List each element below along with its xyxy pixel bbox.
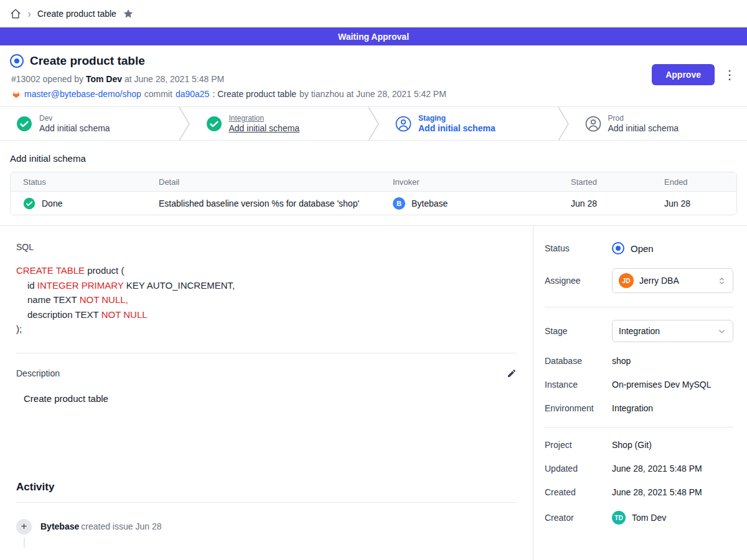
created-value: June 28, 2021 5:48 PM bbox=[612, 487, 733, 497]
divider bbox=[16, 353, 517, 353]
column-status: Status bbox=[11, 177, 146, 187]
sql-line: ); bbox=[16, 322, 517, 337]
task-status-text: Done bbox=[42, 198, 62, 208]
stage-integration[interactable]: Integration Add initial schema bbox=[190, 107, 369, 140]
stage-task-label: Add initial schema bbox=[418, 123, 496, 133]
stage-dev[interactable]: Dev Add initial schema bbox=[0, 107, 179, 140]
task-section: Add initial schema Status Detail Invoker… bbox=[0, 141, 747, 225]
stage-separator bbox=[368, 107, 379, 141]
approve-button[interactable]: Approve bbox=[652, 64, 715, 85]
task-table-header: Status Detail Invoker Started Ended bbox=[11, 172, 736, 192]
stage-select[interactable]: Integration bbox=[612, 320, 733, 342]
sql-line: CREATE TABLE product ( bbox=[16, 263, 517, 278]
sql-code-block: CREATE TABLE product ( id INTEGER PRIMAR… bbox=[16, 263, 517, 337]
activity-action: created issue Jun 28 bbox=[81, 521, 161, 531]
column-started: Started bbox=[558, 177, 652, 187]
sql-token: KEY AUTO_INCREMENT, bbox=[123, 280, 235, 291]
assignee-row: Assignee JD Jerry DBA bbox=[545, 268, 733, 293]
sql-token: NOT NULL, bbox=[80, 294, 128, 305]
divider bbox=[16, 502, 517, 503]
divider bbox=[545, 307, 733, 307]
instance-label: Instance bbox=[545, 380, 612, 390]
stage-label: Stage bbox=[545, 326, 612, 336]
activity-section: Activity + Bytebasecreated issue Jun 28 bbox=[16, 481, 517, 548]
column-ended: Ended bbox=[652, 177, 736, 187]
stage-row: Stage Integration bbox=[545, 320, 733, 342]
stage-task-label: Add initial schema bbox=[229, 123, 300, 133]
task-started-text: Jun 28 bbox=[558, 198, 652, 208]
task-row[interactable]: Done Established baseline version %s for… bbox=[11, 192, 736, 215]
sql-token: description TEXT bbox=[27, 309, 101, 320]
check-circle-icon bbox=[16, 116, 32, 132]
sql-label: SQL bbox=[16, 242, 517, 252]
chevron-right-icon: › bbox=[27, 8, 31, 19]
add-comment-icon[interactable]: + bbox=[16, 519, 32, 534]
issue-sidebar: Status Open Assignee JD Jerry DBA Stage … bbox=[533, 226, 747, 560]
project-label: Project bbox=[545, 440, 612, 450]
commit-message: : Create product table bbox=[212, 89, 296, 99]
divider bbox=[545, 427, 733, 427]
status-open-icon bbox=[612, 242, 624, 254]
task-title: Add initial schema bbox=[10, 153, 737, 164]
tom-avatar: TD bbox=[612, 511, 626, 525]
task-invoker-cell: B Bytebase bbox=[380, 197, 558, 210]
sql-line: id INTEGER PRIMARY KEY AUTO_INCREMENT, bbox=[16, 278, 517, 293]
person-circle-icon bbox=[585, 116, 601, 132]
instance-row: Instance On-premises Dev MySQL bbox=[545, 380, 733, 390]
creator-value: Tom Dev bbox=[632, 513, 666, 523]
sql-token: NOT NULL bbox=[101, 309, 148, 320]
stage-env-label: Dev bbox=[39, 114, 110, 123]
database-value: shop bbox=[612, 356, 733, 366]
instance-value: On-premises Dev MySQL bbox=[612, 380, 733, 390]
stage-task-label: Add initial schema bbox=[39, 123, 110, 133]
created-label: Created bbox=[545, 487, 612, 497]
commit-hash-link[interactable]: da90a25 bbox=[176, 89, 210, 99]
database-row: Database shop bbox=[545, 356, 733, 366]
stage-value: Integration bbox=[619, 326, 712, 336]
kebab-menu-icon[interactable]: ⋮ bbox=[721, 67, 738, 82]
home-icon[interactable] bbox=[10, 8, 21, 19]
issue-author: Tom Dev bbox=[86, 74, 122, 84]
stage-task-label: Add initial schema bbox=[608, 123, 679, 133]
star-icon[interactable] bbox=[123, 8, 134, 19]
breadcrumb-title[interactable]: Create product table bbox=[37, 9, 116, 19]
task-invoker-text: Bytebase bbox=[411, 198, 448, 208]
database-label: Database bbox=[545, 356, 612, 366]
main-split: SQL CREATE TABLE product ( id INTEGER PR… bbox=[0, 225, 747, 560]
issue-meta: #13002 opened by Tom Dev at June 28, 202… bbox=[10, 74, 737, 84]
issue-title: Create product table bbox=[30, 54, 145, 68]
branch-link[interactable]: master@bytebase-demo/shop bbox=[24, 89, 141, 99]
commit-word: commit bbox=[144, 89, 172, 99]
approval-banner: Waiting Approval bbox=[0, 27, 747, 45]
status-value: Open bbox=[631, 243, 654, 254]
task-status-cell: Done bbox=[11, 197, 146, 210]
issue-open-icon bbox=[10, 54, 24, 68]
timeline-line bbox=[24, 538, 25, 548]
stage-staging[interactable]: Staging Add initial schema bbox=[379, 107, 558, 140]
issue-header: Create product table #13002 opened by To… bbox=[0, 45, 747, 106]
assignee-value: Jerry DBA bbox=[639, 276, 712, 286]
edit-pencil-icon[interactable] bbox=[507, 368, 517, 378]
activity-title: Activity bbox=[16, 481, 517, 493]
breadcrumb: › Create product table bbox=[0, 0, 747, 27]
stage-prod[interactable]: Prod Add initial schema bbox=[569, 107, 747, 140]
task-table: Status Detail Invoker Started Ended Done… bbox=[10, 172, 737, 215]
status-label: Status bbox=[545, 243, 612, 253]
updated-value: June 28, 2021 5:48 PM bbox=[612, 464, 733, 474]
assignee-select[interactable]: JD Jerry DBA bbox=[612, 268, 733, 293]
environment-row: Environment Integration bbox=[545, 403, 733, 413]
sql-token: INTEGER PRIMARY bbox=[37, 280, 124, 291]
stage-separator bbox=[558, 107, 569, 141]
updated-row: Updated June 28, 2021 5:48 PM bbox=[545, 464, 733, 474]
status-row: Status Open bbox=[545, 242, 733, 254]
commit-row: master@bytebase-demo/shop commit da90a25… bbox=[10, 89, 737, 99]
chevron-down-icon bbox=[717, 327, 726, 336]
sql-token: CREATE TABLE bbox=[16, 265, 85, 276]
stage-env-label: Staging bbox=[418, 114, 496, 123]
stage-separator bbox=[179, 107, 190, 141]
created-row: Created June 28, 2021 5:48 PM bbox=[545, 487, 733, 497]
project-value: Shop (Git) bbox=[612, 440, 733, 450]
sql-line: name TEXT NOT NULL, bbox=[16, 292, 517, 307]
updated-label: Updated bbox=[545, 464, 612, 474]
project-row: Project Shop (Git) bbox=[545, 440, 733, 450]
